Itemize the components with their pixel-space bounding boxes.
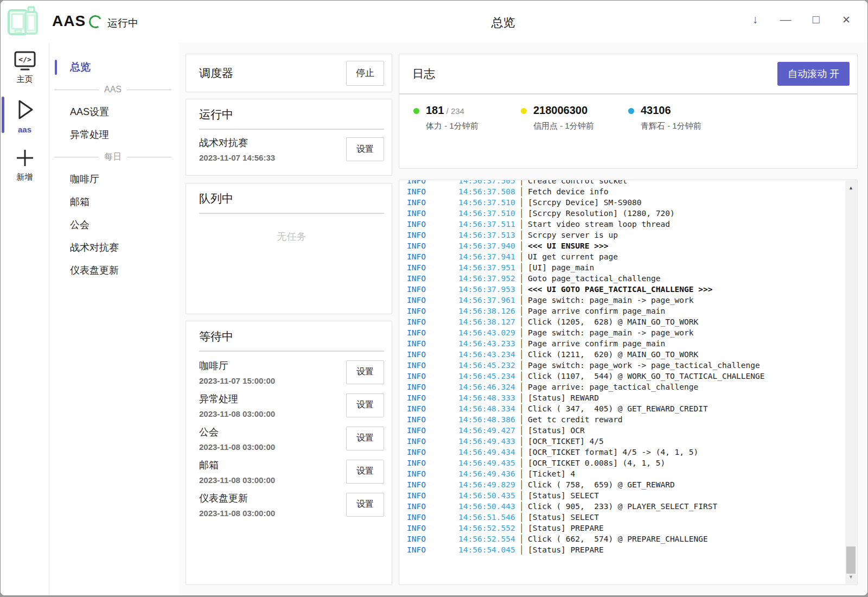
code-monitor-icon: </>	[13, 55, 37, 65]
scroll-down-icon[interactable]: ▼	[845, 572, 857, 582]
log-level: INFO	[407, 327, 458, 338]
waiting-settings-button[interactable]: 设置	[346, 460, 384, 484]
log-line: INFO14:56:45.234│Click (1107, 544) @ WOR…	[407, 371, 844, 382]
log-level: INFO	[407, 403, 458, 414]
menu-item-AAS设置[interactable]: AAS设置	[50, 100, 180, 123]
waiting-title: 等待中	[199, 329, 384, 344]
minimize-button[interactable]: —	[774, 8, 797, 31]
log-message: Start video stream loop thread	[528, 219, 844, 230]
log-separator: │	[519, 219, 528, 230]
log-line: INFO14:56:37.510│[Scrcpy Device] SM-S908…	[407, 197, 844, 208]
log-level: INFO	[407, 208, 458, 219]
menu-item-label: 公会	[70, 218, 90, 231]
log-line: INFO14:56:50.443│Click ( 905, 233) @ PLA…	[407, 501, 844, 512]
log-line: INFO14:56:37.508│Fetch device info	[407, 186, 844, 197]
log-level: INFO	[407, 230, 458, 240]
menu-item-公会[interactable]: 公会	[50, 213, 180, 236]
waiting-task-info: 异常处理2023-11-08 03:00:00	[199, 392, 346, 418]
log-scrollbar[interactable]: ▲ ▼	[845, 181, 857, 584]
log-line: INFO14:56:37.513│Scrcpy server is up	[407, 230, 844, 240]
log-timestamp: 14:56:54.045	[458, 544, 519, 555]
rail-item-label: 新增	[1, 172, 49, 182]
log-level: INFO	[407, 458, 458, 468]
log-level: INFO	[407, 436, 458, 447]
waiting-settings-button[interactable]: 设置	[346, 493, 384, 517]
maximize-button[interactable]: □	[805, 8, 827, 31]
menu-item-异常处理[interactable]: 异常处理	[50, 123, 180, 146]
menu-item-总览[interactable]: 总览	[50, 56, 180, 79]
log-separator: │	[519, 371, 528, 382]
menu-item-仪表盘更新[interactable]: 仪表盘更新	[50, 259, 180, 282]
stat-label: 青辉石 - 1分钟前	[641, 121, 701, 131]
waiting-settings-button[interactable]: 设置	[346, 393, 384, 417]
running-spinner-icon	[87, 14, 103, 29]
log-separator: │	[519, 490, 528, 501]
log-separator: │	[519, 512, 528, 523]
log-level: INFO	[407, 371, 458, 382]
stat-label: 体力 - 1分钟前	[426, 121, 478, 131]
log-level: INFO	[407, 219, 458, 230]
autoscroll-toggle-button[interactable]: 自动滚动 开	[777, 62, 850, 86]
log-message: Click ( 758, 659) @ GET_REWARD	[528, 479, 844, 490]
waiting-task-row: 咖啡厅2023-11-07 15:00:00设置	[199, 359, 384, 385]
log-line: INFO14:56:38.126│Page arrive confirm pag…	[407, 306, 844, 316]
log-header-top: 日志 自动滚动 开	[399, 54, 857, 93]
arrow-down-button[interactable]: ↓	[744, 8, 767, 31]
divider	[199, 351, 384, 352]
menu-item-邮箱[interactable]: 邮箱	[50, 190, 180, 213]
log-separator: │	[519, 262, 528, 273]
log-message: [OCR_TICKET 0.008s] (4, 1, 5)	[528, 458, 844, 468]
log-line: INFO14:56:49.434│[OCR_TICKET format] 4/5…	[407, 447, 844, 458]
log-timestamp: 14:56:37.952	[458, 273, 519, 284]
log-message: UI get current page	[528, 251, 844, 262]
log-message: Click (1107, 544) @ WORK_GO_TO_TACTICAL_…	[528, 371, 844, 382]
section-line	[127, 90, 171, 90]
log-separator: │	[519, 534, 528, 544]
close-button[interactable]: ✕	[835, 8, 858, 31]
rail-item-aas[interactable]: aas	[1, 90, 49, 139]
scrollbar-thumb[interactable]	[846, 547, 856, 574]
waiting-task-time: 2023-11-08 03:00:00	[199, 442, 346, 452]
menu-item-战术对抗赛[interactable]: 战术对抗赛	[50, 236, 180, 259]
log-timestamp: 14:56:49.435	[458, 458, 519, 468]
log-line: INFO14:56:48.333│[Status] REWARD	[407, 392, 844, 403]
log-level: INFO	[407, 382, 458, 392]
stop-button[interactable]: 停止	[346, 61, 384, 86]
log-message: Page arrive confirm page_main	[528, 306, 844, 316]
waiting-settings-button[interactable]: 设置	[346, 427, 384, 450]
log-viewer-card: INFO14:56:37.505│Create control socketIN…	[399, 180, 858, 585]
log-message: Page arrive confirm page_main	[528, 338, 844, 349]
window-controls: ↓—□✕	[744, 8, 858, 31]
log-level: INFO	[407, 479, 458, 490]
rail-item-new[interactable]: 新增	[1, 139, 49, 188]
log-separator: │	[519, 436, 528, 447]
rail-item-home[interactable]: </>主页	[1, 43, 49, 90]
log-separator: │	[519, 360, 528, 371]
running-settings-button[interactable]: 设置	[346, 137, 384, 161]
log-message: Page switch: page_work -> page_tactical_…	[528, 360, 844, 371]
log-separator: │	[519, 327, 528, 338]
log-line: INFO14:56:37.511│Start video stream loop…	[407, 219, 844, 230]
menu-item-咖啡厅[interactable]: 咖啡厅	[50, 168, 180, 190]
log-line: INFO14:56:48.386│Get tc credit reward	[407, 414, 844, 425]
log-line: INFO14:56:49.435│[OCR_TICKET 0.008s] (4,…	[407, 458, 844, 468]
log-level: INFO	[407, 306, 458, 316]
log-timestamp: 14:56:37.953	[458, 284, 519, 295]
log-separator: │	[519, 447, 528, 458]
log-line: INFO14:56:37.941│UI get current page	[407, 251, 844, 262]
log-level: INFO	[407, 295, 458, 306]
log-level: INFO	[407, 180, 458, 186]
log-timestamp: 14:56:49.436	[458, 468, 519, 479]
menu-item-label: 邮箱	[70, 195, 90, 208]
resource-stats: 181 / 234体力 - 1分钟前218006300信用点 - 1分钟前431…	[399, 94, 857, 131]
section-line	[54, 90, 99, 90]
waiting-settings-button[interactable]: 设置	[346, 360, 384, 384]
waiting-task-info: 仪表盘更新2023-11-08 03:00:00	[199, 492, 346, 518]
log-message: Click ( 662, 574) @ PREPARE_CHALLENGE	[528, 534, 844, 544]
log-line: INFO14:56:37.505│Create control socket	[407, 180, 844, 186]
scroll-up-icon[interactable]: ▲	[845, 183, 857, 193]
log-timestamp: 14:56:45.232	[458, 360, 519, 371]
running-task-name: 战术对抗赛	[199, 136, 346, 149]
icon-rail: </>主页aas新增	[1, 43, 49, 595]
menu-item-label: 咖啡厅	[70, 173, 99, 186]
